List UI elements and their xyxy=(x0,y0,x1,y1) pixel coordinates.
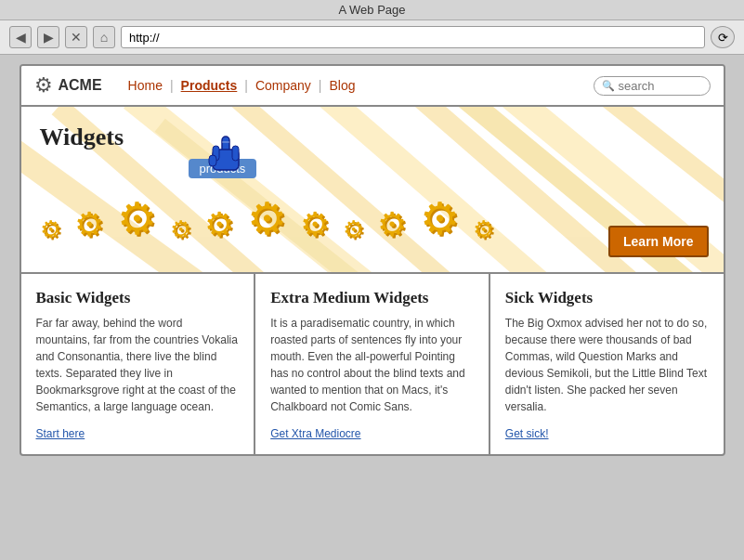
nav-home[interactable]: Home xyxy=(121,76,170,95)
gear-2: ⚙ xyxy=(74,205,104,244)
gear-4: ⚙ xyxy=(170,215,191,244)
gear-3: ⚙ xyxy=(117,192,157,244)
card-sick-widgets: Sick Widgets The Big Oxmox advised her n… xyxy=(490,274,724,454)
nav-products[interactable]: Products xyxy=(174,76,245,95)
card-1-text: Far far away, behind the word mountains,… xyxy=(36,315,240,415)
svg-rect-13 xyxy=(232,146,239,161)
site-header: ⚙ ACME Home | Products | Company | Blog … xyxy=(21,66,724,107)
browser-window: ⚙ ACME Home | Products | Company | Blog … xyxy=(20,64,725,456)
card-3-link[interactable]: Get sick! xyxy=(505,427,549,440)
forward-button[interactable]: ▶ xyxy=(37,26,59,48)
search-input[interactable] xyxy=(619,79,702,93)
home-button[interactable]: ⌂ xyxy=(93,26,115,48)
search-box: 🔍 xyxy=(594,76,711,96)
gear-9: ⚙ xyxy=(377,205,407,244)
refresh-button[interactable]: ⟳ xyxy=(711,26,735,48)
gears-row: ⚙ ⚙ ⚙ ⚙ ⚙ ⚙ ⚙ ⚙ ⚙ ⚙ ⚙ xyxy=(40,192,705,244)
logo-gear-icon: ⚙ xyxy=(34,73,53,98)
gear-8: ⚙ xyxy=(343,215,364,244)
card-2-text: It is a paradisematic country, in which … xyxy=(270,315,474,415)
gear-1: ⚙ xyxy=(40,215,61,244)
gear-5: ⚙ xyxy=(204,205,234,244)
site-logo: ⚙ ACME xyxy=(34,73,102,98)
back-button[interactable]: ◀ xyxy=(9,26,32,48)
gear-6: ⚙ xyxy=(247,192,287,244)
cards-section: Basic Widgets Far far away, behind the w… xyxy=(21,274,724,454)
svg-rect-14 xyxy=(209,155,216,166)
nav-blog[interactable]: Blog xyxy=(322,76,363,95)
nav-links: Home | Products | Company | Blog xyxy=(121,76,594,95)
url-bar[interactable] xyxy=(121,26,705,48)
learn-more-button[interactable]: Learn More xyxy=(608,226,708,257)
close-button[interactable]: ✕ xyxy=(65,26,87,48)
card-2-title: Extra Medium Widgets xyxy=(270,289,474,307)
logo-text: ACME xyxy=(59,77,102,94)
hero-content: Widgets xyxy=(40,124,705,151)
card-2-link[interactable]: Get Xtra Mediocre xyxy=(270,427,360,440)
gear-10: ⚙ xyxy=(420,192,460,244)
gear-11: ⚙ xyxy=(473,215,494,244)
card-basic-widgets: Basic Widgets Far far away, behind the w… xyxy=(21,274,256,454)
card-3-title: Sick Widgets xyxy=(505,289,709,307)
card-extra-medium-widgets: Extra Medium Widgets It is a paradisemat… xyxy=(255,274,490,454)
hero-title: Widgets xyxy=(40,124,705,151)
title-bar: A Web Page xyxy=(0,0,744,20)
search-icon: 🔍 xyxy=(602,80,615,92)
title-text: A Web Page xyxy=(338,3,405,17)
hero-section: Widgets products xyxy=(21,107,724,274)
card-3-text: The Big Oxmox advised her not to do so, … xyxy=(505,315,709,415)
nav-company[interactable]: Company xyxy=(248,76,319,95)
card-1-link[interactable]: Start here xyxy=(36,427,85,440)
card-1-title: Basic Widgets xyxy=(36,289,240,307)
cursor-pointer xyxy=(207,135,244,189)
browser-chrome: ◀ ▶ ✕ ⌂ ⟳ xyxy=(0,20,744,55)
gear-7: ⚙ xyxy=(300,205,330,244)
